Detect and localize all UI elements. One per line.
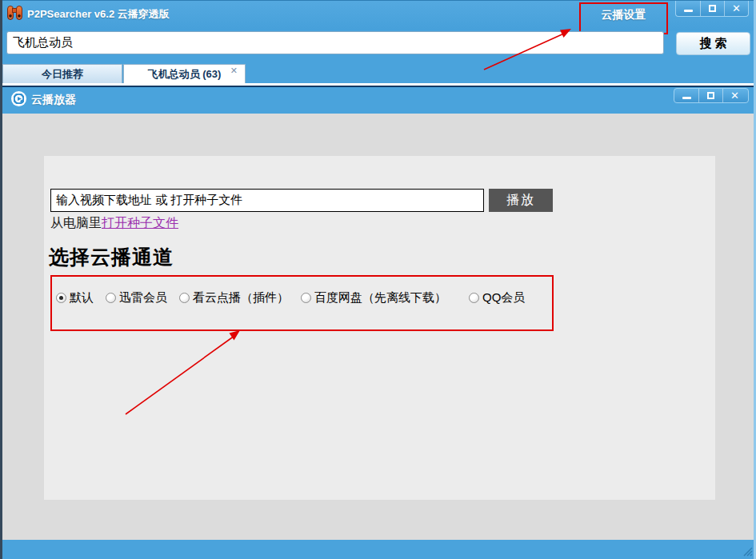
minimize-icon (684, 10, 693, 12)
channel-heading: 选择云播通道 (49, 244, 174, 270)
channel-option-xunlei[interactable]: 迅雷会员 (106, 290, 167, 305)
minimize-button[interactable] (674, 89, 698, 102)
radio-icon[interactable] (106, 293, 116, 303)
player-statusbar (0, 540, 756, 559)
channel-label: QQ会员 (482, 290, 525, 305)
cloud-settings-button[interactable]: 云播设置 (579, 2, 668, 34)
window-left-border (0, 0, 2, 559)
radio-icon[interactable] (301, 293, 311, 303)
close-button[interactable]: ✕ (722, 89, 746, 102)
channel-option-kanyun[interactable]: 看云点播（插件） (179, 290, 289, 305)
close-icon: ✕ (730, 90, 739, 101)
tab-today-recommend[interactable]: 今日推荐 (2, 64, 122, 83)
player-titlebar (0, 87, 756, 114)
maximize-icon (707, 92, 714, 99)
app-title: P2PSearcher v6.2 云播穿透版 (27, 7, 170, 22)
tab-label: 飞机总动员 (63) (148, 67, 222, 82)
radio-icon[interactable] (469, 293, 479, 303)
maximize-button[interactable] (698, 89, 722, 102)
minimize-icon (682, 97, 691, 99)
maximize-icon (709, 5, 716, 12)
channel-option-baidupan[interactable]: 百度网盘（先离线下载） (301, 290, 446, 305)
searcher-window-controls: ✕ (675, 1, 749, 17)
player-window-title: 云播放器 (31, 93, 76, 107)
radio-icon[interactable] (56, 293, 66, 303)
close-icon: ✕ (732, 3, 741, 14)
minimize-button[interactable] (676, 1, 700, 16)
cloud-player-icon (11, 91, 26, 106)
open-torrent-line: 从电脑里打开种子文件 (50, 215, 178, 232)
open-torrent-link[interactable]: 打开种子文件 (102, 216, 178, 230)
tab-search-result[interactable]: 飞机总动员 (63) ✕ (123, 64, 246, 83)
channel-label: 百度网盘（先离线下载） (314, 290, 446, 305)
channel-label: 看云点播（插件） (193, 290, 289, 305)
video-url-input[interactable] (50, 189, 484, 212)
channel-label: 默认 (70, 290, 94, 305)
radio-icon[interactable] (179, 293, 190, 303)
play-button[interactable]: 播放 (489, 189, 553, 212)
tab-close-icon[interactable]: ✕ (230, 66, 238, 75)
resize-grip[interactable] (742, 545, 753, 557)
channel-option-qq[interactable]: QQ会员 (469, 290, 525, 305)
search-button[interactable]: 搜 索 (676, 32, 750, 55)
channel-label: 迅雷会员 (119, 290, 167, 305)
channel-option-default[interactable]: 默认 (56, 290, 94, 305)
channel-radio-group: 默认 迅雷会员 看云点播（插件） 百度网盘（先离线下载） QQ会员 (56, 290, 548, 305)
player-window-controls: ✕ (674, 88, 749, 103)
screen: P2PSearcher v6.2 云播穿透版 云播设置 ✕ 搜 索 今日推荐 飞… (0, 0, 756, 559)
search-input[interactable] (6, 31, 664, 54)
close-button[interactable]: ✕ (724, 1, 748, 16)
maximize-button[interactable] (700, 1, 724, 16)
binoculars-icon (7, 6, 22, 20)
open-torrent-prefix: 从电脑里 (50, 216, 102, 230)
